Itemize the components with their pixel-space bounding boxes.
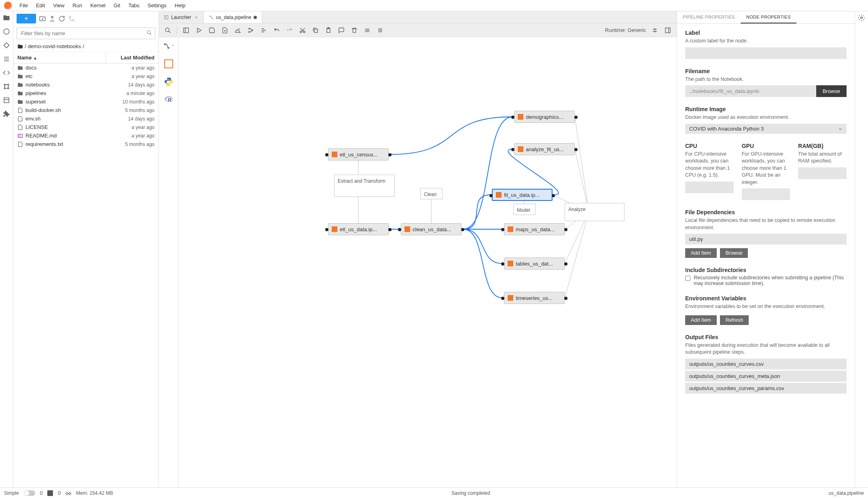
pipeline-node[interactable]: demographics...: [514, 111, 575, 123]
input-port[interactable]: [489, 194, 493, 197]
save-icon[interactable]: [206, 25, 218, 35]
palette-toggle-icon[interactable]: ⌃: [163, 40, 174, 52]
running-icon[interactable]: [2, 27, 11, 36]
deps-browse-button[interactable]: Browse: [720, 248, 748, 258]
menu-kernel[interactable]: Kernel: [86, 1, 110, 10]
pipeline-export-icon[interactable]: [245, 25, 256, 35]
filename-input[interactable]: [685, 85, 816, 97]
output-file-item[interactable]: outputs/us_counties_curves_meta.json: [685, 371, 847, 382]
output-file-item[interactable]: outputs/us_counties_curves.csv: [685, 359, 847, 369]
input-port[interactable]: [501, 228, 504, 231]
output-port[interactable]: [552, 194, 555, 197]
gear-icon[interactable]: [857, 14, 866, 22]
tab-launcher[interactable]: Launcher: [159, 11, 204, 23]
pipeline-canvas[interactable]: etl_us_census...etl_us_data.ip...clean_u…: [178, 37, 677, 487]
file-row[interactable]: docsa year ago: [13, 63, 159, 72]
output-port[interactable]: [564, 228, 567, 231]
label-input[interactable]: [685, 47, 847, 59]
gpu-input[interactable]: [742, 188, 790, 200]
metadata-icon[interactable]: [2, 96, 11, 104]
pipeline-node[interactable]: fit_us_data.ip...: [492, 189, 553, 201]
tab-node-properties[interactable]: NODE PROPERTIES: [741, 11, 796, 23]
connections-icon[interactable]: [2, 82, 11, 91]
output-port[interactable]: [564, 297, 567, 300]
file-row[interactable]: requirements.txt5 months ago: [13, 140, 159, 148]
code-icon[interactable]: [2, 69, 11, 77]
comment-node[interactable]: Model: [513, 204, 536, 215]
breadcrumb-item[interactable]: demo-covid-notebooks: [28, 43, 81, 49]
output-port[interactable]: [564, 262, 567, 266]
menu-help[interactable]: Help: [171, 1, 190, 10]
col-name[interactable]: Name ▲: [13, 52, 106, 63]
ram-input[interactable]: [798, 167, 847, 179]
runtime-image-select[interactable]: COVID with Anaconda Python 3: [685, 124, 847, 134]
env-refresh-button[interactable]: Refresh: [720, 315, 749, 325]
input-port[interactable]: [501, 262, 504, 266]
input-port[interactable]: [511, 116, 514, 119]
menu-settings[interactable]: Settings: [144, 1, 171, 10]
tab-pipeline-properties[interactable]: PIPELINE PROPERTIES: [677, 11, 741, 23]
clear-icon[interactable]: [232, 25, 243, 35]
arrange-v-icon[interactable]: [375, 25, 386, 35]
comment-icon[interactable]: [336, 25, 347, 35]
arrange-h-icon[interactable]: [362, 25, 373, 35]
deps-add-button[interactable]: Add Item: [685, 248, 717, 258]
comment-node[interactable]: Extract and Transform: [334, 175, 395, 197]
pipeline-node[interactable]: maps_us_data...: [504, 223, 565, 235]
pipeline-node[interactable]: tables_us_dat...: [504, 257, 565, 270]
menu-git[interactable]: Git: [110, 1, 125, 10]
output-port[interactable]: [574, 116, 578, 119]
menu-view[interactable]: View: [49, 1, 68, 10]
input-port[interactable]: [511, 148, 514, 151]
file-row[interactable]: env.sh14 days ago: [13, 114, 159, 123]
dependency-item[interactable]: util.py: [685, 234, 847, 245]
pipeline-node[interactable]: timeseries_us...: [504, 292, 565, 304]
export-icon[interactable]: [219, 25, 231, 35]
menu-file[interactable]: File: [15, 1, 32, 10]
panel-right-icon[interactable]: [662, 25, 673, 35]
pipeline-node[interactable]: etl_us_data.ip...: [328, 223, 389, 235]
runtime-settings-icon[interactable]: [649, 25, 661, 35]
python-palette-icon[interactable]: [163, 76, 174, 87]
new-launcher-button[interactable]: +: [17, 14, 36, 23]
copy-icon[interactable]: [310, 25, 321, 35]
cut-icon[interactable]: [297, 25, 308, 35]
file-row[interactable]: superset10 months ago: [13, 97, 159, 106]
extension-icon[interactable]: [2, 110, 11, 118]
undo-icon[interactable]: [271, 25, 282, 35]
menu-tabs[interactable]: Tabs: [124, 1, 143, 10]
new-folder-icon[interactable]: [39, 15, 46, 22]
notebook-palette-icon[interactable]: [163, 58, 174, 70]
simple-toggle[interactable]: [24, 490, 35, 496]
file-row[interactable]: build-docker.sh5 months ago: [13, 106, 159, 114]
file-row[interactable]: LICENSEa year ago: [13, 123, 159, 131]
filename-browse-button[interactable]: Browse: [816, 85, 847, 97]
pipeline-node[interactable]: etl_us_census...: [328, 148, 389, 160]
breadcrumb[interactable]: / demo-covid-notebooks /: [13, 41, 159, 52]
menu-edit[interactable]: Edit: [32, 1, 49, 10]
col-modified[interactable]: Last Modified: [106, 52, 159, 63]
file-row[interactable]: pipelinesa minute ago: [13, 89, 159, 97]
redo-icon[interactable]: [284, 25, 295, 35]
panel-toggle-icon[interactable]: [180, 25, 192, 35]
output-file-item[interactable]: outputs/us_counties_curves_params.csv: [685, 383, 847, 394]
filter-input[interactable]: [17, 27, 155, 39]
refresh-icon[interactable]: [59, 15, 65, 22]
input-port[interactable]: [501, 297, 504, 300]
file-row[interactable]: etca year ago: [13, 72, 159, 80]
env-add-button[interactable]: Add Item: [685, 315, 717, 325]
align-icon[interactable]: [258, 25, 269, 35]
paste-icon[interactable]: [323, 25, 334, 35]
pipeline-node[interactable]: analyze_fit_us...: [514, 143, 575, 155]
pipeline-node[interactable]: clean_us_data...: [401, 223, 462, 235]
output-port[interactable]: [574, 148, 578, 151]
input-port[interactable]: [325, 228, 328, 231]
toc-icon[interactable]: [2, 55, 11, 63]
input-port[interactable]: [325, 153, 328, 156]
run-icon[interactable]: [193, 25, 205, 35]
git-icon[interactable]: [2, 41, 11, 49]
git-pull-icon[interactable]: [68, 15, 75, 22]
search-icon[interactable]: [162, 25, 174, 35]
menu-run[interactable]: Run: [68, 1, 86, 10]
comment-node[interactable]: Clean: [420, 188, 442, 199]
